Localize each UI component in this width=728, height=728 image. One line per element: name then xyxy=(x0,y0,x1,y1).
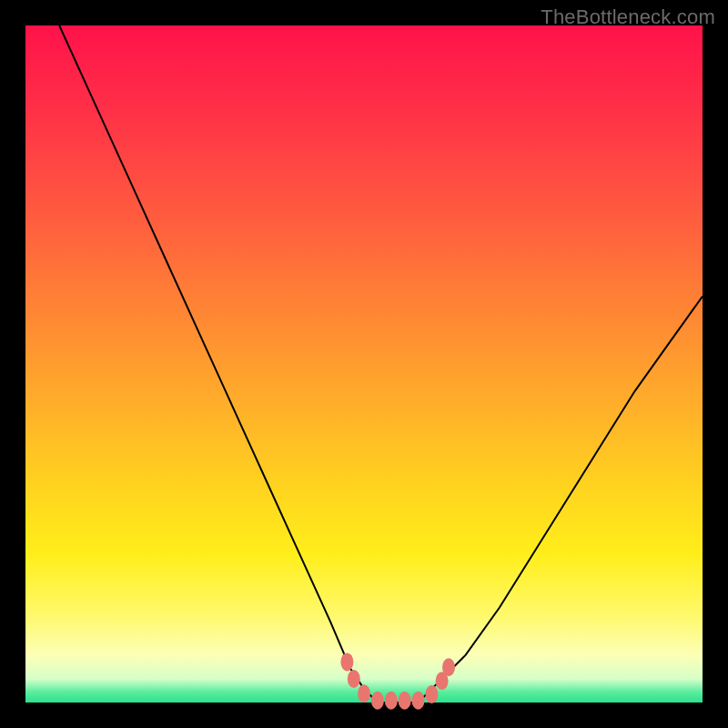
highlight-marker xyxy=(425,685,438,703)
highlight-marker xyxy=(442,658,455,676)
highlight-markers xyxy=(340,652,455,709)
highlight-marker xyxy=(385,692,398,710)
highlight-marker xyxy=(340,652,353,671)
bottleneck-curve xyxy=(59,25,703,703)
highlight-marker xyxy=(358,684,370,703)
watermark-text: TheBottleneck.com xyxy=(541,5,715,29)
chart-frame: TheBottleneck.com xyxy=(0,0,728,728)
highlight-marker xyxy=(348,670,360,688)
highlight-marker xyxy=(399,692,411,710)
highlight-marker xyxy=(371,692,384,710)
chart-plot-area xyxy=(25,25,703,703)
highlight-marker xyxy=(412,692,425,710)
chart-svg xyxy=(25,25,703,703)
